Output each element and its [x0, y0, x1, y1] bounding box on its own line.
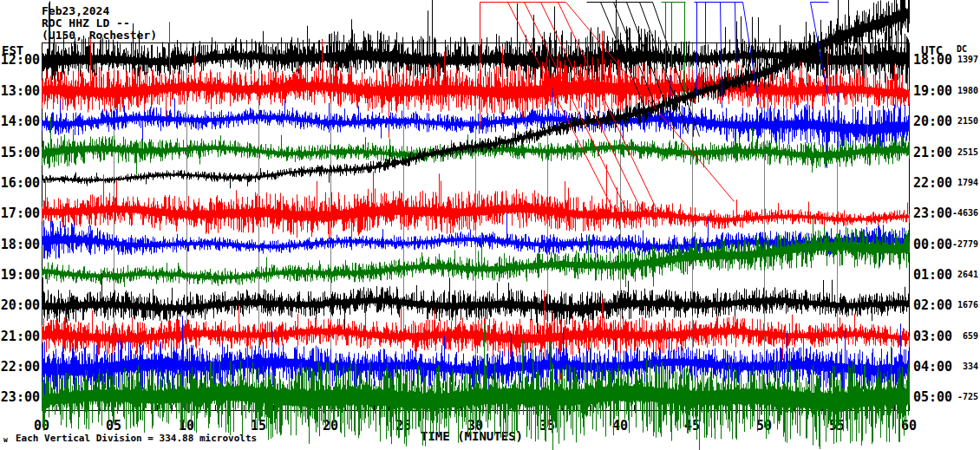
- watermark-glyph: w: [3, 436, 8, 444]
- x-tick-20: 20: [322, 418, 339, 434]
- est-label-1800: 18:00: [0, 237, 40, 252]
- seismogram-trace-canvas: [0, 0, 980, 450]
- dc-value-row9: 1676: [945, 300, 978, 310]
- dc-value-row11: 334: [945, 362, 978, 371]
- x-tick-35: 35: [539, 418, 556, 434]
- est-label-2300: 23:00: [0, 389, 40, 405]
- est-label-1200: 12:00: [0, 52, 40, 68]
- x-tick-45: 45: [683, 418, 701, 434]
- est-label-1900: 19:00: [0, 267, 40, 283]
- dc-value-row2: 1980: [945, 86, 978, 95]
- dc-value-row5: 1794: [945, 178, 978, 187]
- dc-value-row10: 659: [945, 331, 978, 341]
- x-tick-00: 00: [33, 418, 50, 434]
- est-label-2000: 20:00: [0, 297, 40, 313]
- dc-value-row1: 1397: [945, 55, 978, 64]
- est-label-1600: 16:00: [0, 175, 40, 191]
- x-tick-60: 60: [900, 418, 918, 434]
- x-tick-10: 10: [178, 418, 195, 434]
- dc-value-row4: 2515: [945, 147, 978, 157]
- x-axis-title: TIME (MINUTES): [421, 429, 523, 443]
- dc-value-row8: 2641: [945, 270, 978, 279]
- header-date: Feb23,2024: [42, 5, 109, 17]
- dc-value-row12: -725: [945, 392, 978, 401]
- dc-value-row3: 2150: [945, 116, 978, 126]
- x-tick-05: 05: [105, 418, 122, 434]
- dc-value-row7: -2779: [945, 239, 978, 249]
- x-tick-40: 40: [611, 418, 629, 434]
- est-label-2200: 22:00: [0, 359, 40, 375]
- est-label-2100: 21:00: [0, 329, 40, 344]
- x-tick-15: 15: [250, 418, 267, 434]
- dc-value-row6: -4636: [945, 208, 978, 218]
- x-tick-55: 55: [828, 418, 846, 434]
- header-station: ROC HHZ LD --: [42, 17, 130, 29]
- x-tick-50: 50: [755, 418, 773, 434]
- helicorder-page: { "header": { "date": "Feb23,2024", "sta…: [0, 0, 980, 450]
- est-label-1300: 13:00: [0, 83, 40, 99]
- est-label-1500: 15:00: [0, 145, 40, 160]
- dc-axis-header: DC: [957, 44, 967, 54]
- header-location: (U150, Rochester): [42, 29, 157, 42]
- x-tick-25: 25: [395, 418, 412, 434]
- est-label-1700: 17:00: [0, 205, 40, 221]
- scale-footnote: Each Vertical Division = 334.88 microvol…: [16, 433, 257, 444]
- est-label-1400: 14:00: [0, 114, 40, 129]
